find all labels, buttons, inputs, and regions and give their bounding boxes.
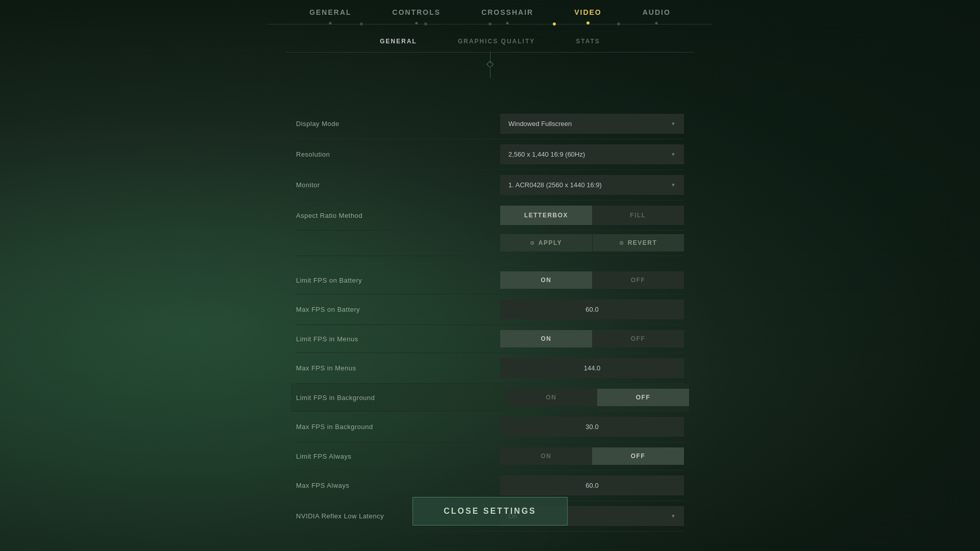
sub-tab-stats[interactable]: STATS: [576, 36, 600, 47]
max-fps-background-control: 30.0: [500, 417, 684, 437]
limit-fps-background-off-button[interactable]: Off: [597, 389, 689, 406]
display-mode-control: Windowed Fullscreen ▼: [500, 114, 684, 134]
monitor-control: 1. ACR0428 (2560 x 1440 16:9) ▼: [500, 175, 684, 195]
max-fps-menus-row: Max FPS in Menus 144.0: [296, 353, 684, 384]
max-fps-always-row: Max FPS Always 60.0: [296, 470, 684, 501]
limit-fps-background-label: Limit FPS in Background: [296, 394, 505, 402]
tab-controls[interactable]: CONTROLS: [372, 4, 461, 20]
resolution-label: Resolution: [296, 151, 500, 158]
limit-fps-always-off-button[interactable]: Off: [592, 447, 684, 465]
limit-fps-battery-off-button[interactable]: Off: [592, 271, 684, 289]
display-mode-arrow-icon: ▼: [671, 121, 676, 127]
limit-fps-always-label: Limit FPS Always: [296, 453, 500, 460]
limit-fps-always-on-button[interactable]: On: [500, 447, 592, 465]
resolution-dropdown[interactable]: 2,560 x 1,440 16:9 (60Hz) ▼: [500, 144, 684, 164]
tab-video[interactable]: VIDEO: [554, 4, 622, 20]
max-fps-menus-value[interactable]: 144.0: [500, 358, 684, 378]
monitor-arrow-icon: ▼: [671, 182, 676, 188]
nvidia-reflex-arrow-icon: ▼: [671, 513, 676, 519]
revert-label: REVERT: [628, 239, 657, 246]
limit-fps-background-on-button[interactable]: On: [505, 389, 597, 406]
aspect-ratio-label: Aspect Ratio Method: [296, 212, 500, 219]
max-fps-background-label: Max FPS in Background: [296, 423, 500, 431]
limit-fps-battery-label: Limit FPS on Battery: [296, 277, 500, 284]
tab-audio[interactable]: AUDIO: [622, 4, 691, 20]
apply-icon: ⚙: [530, 240, 535, 246]
limit-fps-always-toggle: On Off: [500, 447, 684, 465]
limit-fps-menus-on-button[interactable]: On: [500, 330, 592, 347]
limit-fps-menus-off-button[interactable]: Off: [592, 330, 684, 347]
monitor-value: 1. ACR0428 (2560 x 1440 16:9): [508, 181, 602, 189]
monitor-label: Monitor: [296, 181, 500, 189]
limit-fps-menus-control: On Off: [500, 330, 684, 347]
display-mode-dropdown[interactable]: Windowed Fullscreen ▼: [500, 114, 684, 134]
apply-label: APPLY: [538, 239, 562, 246]
max-fps-battery-label: Max FPS on Battery: [296, 306, 500, 313]
sub-tab-graphics-quality[interactable]: GRAPHICS QUALITY: [458, 36, 535, 47]
section-divider-1: [296, 256, 684, 266]
sub-tab-general[interactable]: GENERAL: [380, 36, 417, 47]
max-fps-always-value[interactable]: 60.0: [500, 475, 684, 495]
limit-fps-always-control: On Off: [500, 447, 684, 465]
max-fps-menus-label: Max FPS in Menus: [296, 364, 500, 372]
fill-button[interactable]: Fill: [592, 206, 684, 225]
limit-fps-battery-toggle: On Off: [500, 271, 684, 289]
tab-crosshair[interactable]: CROSSHAIR: [461, 4, 554, 20]
resolution-arrow-icon: ▼: [671, 152, 676, 157]
limit-fps-battery-row: Limit FPS on Battery On Off: [296, 266, 684, 294]
apply-button[interactable]: ⚙ APPLY: [500, 234, 593, 252]
max-fps-battery-control: 60.0: [500, 299, 684, 319]
aspect-ratio-row: Aspect Ratio Method Letterbox Fill: [296, 201, 684, 231]
max-fps-background-row: Max FPS in Background 30.0: [296, 412, 684, 442]
limit-fps-menus-toggle: On Off: [500, 330, 684, 347]
letterbox-button[interactable]: Letterbox: [500, 206, 592, 225]
resolution-control: 2,560 x 1,440 16:9 (60Hz) ▼: [500, 144, 684, 164]
limit-fps-menus-label: Limit FPS in Menus: [296, 335, 500, 343]
limit-fps-menus-row: Limit FPS in Menus On Off: [296, 325, 684, 353]
aspect-ratio-group: Letterbox Fill: [500, 206, 684, 225]
tab-general[interactable]: GENERAL: [289, 4, 372, 20]
max-fps-battery-value[interactable]: 60.0: [500, 299, 684, 319]
limit-fps-battery-on-button[interactable]: On: [500, 271, 592, 289]
limit-fps-background-row: Limit FPS in Background On Off: [291, 384, 689, 412]
limit-fps-battery-control: On Off: [500, 271, 684, 289]
max-fps-always-label: Max FPS Always: [296, 482, 500, 489]
nav-dots-row: [268, 22, 712, 26]
monitor-row: Monitor 1. ACR0428 (2560 x 1440 16:9) ▼: [296, 170, 684, 201]
monitor-dropdown[interactable]: 1. ACR0428 (2560 x 1440 16:9) ▼: [500, 175, 684, 195]
revert-button[interactable]: ⚙ REVERT: [593, 234, 684, 252]
settings-container: GENERAL CONTROLS CROSSHAIR VIDEO AUDIO G…: [0, 0, 980, 551]
aspect-ratio-control: Letterbox Fill: [500, 206, 684, 225]
limit-fps-background-toggle: On Off: [505, 389, 689, 406]
sub-nav: GENERAL GRAPHICS QUALITY STATS: [286, 36, 694, 53]
top-nav: GENERAL CONTROLS CROSSHAIR VIDEO AUDIO: [0, 0, 980, 20]
display-mode-label: Display Mode: [296, 120, 500, 128]
apply-revert-row: ⚙ APPLY ⚙ REVERT: [296, 231, 684, 256]
max-fps-always-control: 60.0: [500, 475, 684, 495]
apply-revert-controls: ⚙ APPLY ⚙ REVERT: [500, 234, 684, 252]
max-fps-battery-row: Max FPS on Battery 60.0: [296, 294, 684, 325]
max-fps-background-value[interactable]: 30.0: [500, 417, 684, 437]
display-mode-row: Display Mode Windowed Fullscreen ▼: [296, 109, 684, 139]
close-settings-button[interactable]: CLOSE SETTINGS: [412, 497, 568, 525]
limit-fps-always-row: Limit FPS Always On Off: [296, 442, 684, 470]
display-mode-value: Windowed Fullscreen: [508, 120, 572, 128]
limit-fps-background-control: On Off: [505, 389, 689, 406]
resolution-row: Resolution 2,560 x 1,440 16:9 (60Hz) ▼: [296, 139, 684, 170]
main-content: Display Mode Windowed Fullscreen ▼ Resol…: [296, 109, 684, 532]
max-fps-menus-control: 144.0: [500, 358, 684, 378]
revert-icon: ⚙: [619, 240, 625, 246]
resolution-value: 2,560 x 1,440 16:9 (60Hz): [508, 151, 585, 158]
